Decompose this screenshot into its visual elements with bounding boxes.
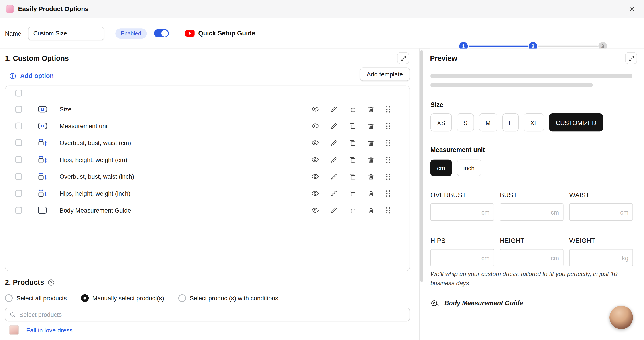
preview-icon[interactable] bbox=[311, 139, 319, 147]
option-row: B Measurement unit bbox=[5, 117, 410, 134]
edit-icon[interactable] bbox=[330, 105, 338, 113]
expand-icon[interactable] bbox=[397, 52, 409, 64]
measurement-input[interactable]: cm bbox=[569, 203, 633, 221]
expand-icon[interactable] bbox=[625, 52, 637, 64]
skeleton-line bbox=[430, 83, 593, 87]
preview-icon[interactable] bbox=[311, 189, 319, 197]
duplicate-icon[interactable] bbox=[349, 122, 356, 130]
preview-icon[interactable] bbox=[311, 156, 319, 164]
size-option-button[interactable]: L bbox=[502, 113, 519, 131]
delete-icon[interactable] bbox=[367, 156, 374, 163]
delete-icon[interactable] bbox=[367, 190, 374, 197]
edit-icon[interactable] bbox=[330, 139, 338, 146]
chat-widget-avatar[interactable] bbox=[610, 306, 633, 329]
drag-handle-icon[interactable] bbox=[386, 173, 390, 180]
delete-icon[interactable] bbox=[367, 122, 374, 130]
product-search-input[interactable] bbox=[19, 311, 406, 318]
measurement-label: WAIST bbox=[569, 191, 633, 199]
unit-option-button[interactable]: cm bbox=[430, 160, 452, 176]
measurement-field: OVERBUST cm bbox=[430, 191, 494, 221]
duplicate-icon[interactable] bbox=[349, 190, 356, 197]
unit-option-button[interactable]: inch bbox=[457, 160, 481, 176]
product-select-radio[interactable]: Select all products bbox=[5, 294, 67, 302]
toggle-knob bbox=[161, 30, 168, 37]
option-row: B Overbust, bust, waist (inch) bbox=[5, 168, 410, 185]
delete-icon[interactable] bbox=[367, 173, 374, 180]
duplicate-icon[interactable] bbox=[349, 139, 356, 146]
option-set-name-input[interactable] bbox=[28, 27, 104, 40]
option-row: B Overbust, bust, waist (cm) bbox=[5, 134, 410, 151]
selected-product-row: Fall in love dress bbox=[9, 325, 72, 335]
size-option-button[interactable]: CUSTOMIZED bbox=[549, 113, 603, 131]
add-template-button[interactable]: Add template bbox=[360, 67, 410, 81]
drag-handle-icon[interactable] bbox=[386, 190, 390, 197]
measurement-input[interactable]: cm bbox=[500, 249, 564, 266]
preview-icon[interactable] bbox=[311, 105, 319, 113]
option-row: B Size bbox=[5, 101, 410, 118]
preview-icon[interactable] bbox=[311, 206, 319, 214]
help-icon[interactable] bbox=[48, 279, 55, 286]
options-list-card: B Size bbox=[5, 86, 410, 271]
enabled-toggle[interactable] bbox=[154, 29, 168, 38]
name-label: Name bbox=[5, 30, 22, 37]
product-select-radio[interactable]: Select product(s) with conditions bbox=[178, 294, 278, 302]
product-title-link[interactable]: Fall in love dress bbox=[26, 326, 72, 333]
quick-setup-guide-button[interactable]: Quick Setup Guide bbox=[185, 30, 255, 37]
panel-divider bbox=[419, 49, 420, 340]
unit-suffix: cm bbox=[482, 209, 490, 215]
measurement-input[interactable]: cm bbox=[430, 249, 494, 266]
drag-handle-icon[interactable] bbox=[386, 207, 390, 214]
size-option-button[interactable]: XL bbox=[524, 113, 544, 131]
measurement-input[interactable]: cm bbox=[500, 203, 564, 221]
row-checkbox[interactable] bbox=[15, 139, 22, 146]
delete-icon[interactable] bbox=[367, 105, 374, 113]
toolbar: Name Enabled Quick Setup Guide 1 2 3 Add… bbox=[0, 19, 644, 49]
duplicate-icon[interactable] bbox=[349, 173, 356, 180]
duplicate-icon[interactable] bbox=[349, 207, 356, 214]
unit-suffix: kg bbox=[622, 254, 628, 261]
row-checkbox[interactable] bbox=[15, 207, 22, 214]
drag-handle-icon[interactable] bbox=[386, 139, 390, 146]
quick-setup-guide-label: Quick Setup Guide bbox=[198, 30, 255, 37]
row-checkbox[interactable] bbox=[15, 190, 22, 197]
edit-icon[interactable] bbox=[330, 190, 338, 197]
edit-icon[interactable] bbox=[330, 156, 338, 163]
unit-suffix: cm bbox=[551, 254, 559, 261]
drag-handle-icon[interactable] bbox=[386, 122, 390, 130]
row-checkbox[interactable] bbox=[15, 156, 22, 163]
step-connector bbox=[538, 46, 598, 47]
edit-icon[interactable] bbox=[330, 122, 338, 130]
option-label: Overbust, bust, waist (cm) bbox=[60, 139, 131, 146]
measurement-input[interactable]: cm bbox=[430, 203, 494, 221]
row-checkbox[interactable] bbox=[15, 123, 22, 129]
add-option-button[interactable]: Add option bbox=[9, 69, 54, 83]
duplicate-icon[interactable] bbox=[349, 156, 356, 163]
size-option-button[interactable]: S bbox=[457, 113, 474, 131]
preview-icon[interactable] bbox=[311, 122, 319, 130]
drag-handle-icon[interactable] bbox=[386, 105, 390, 113]
delete-icon[interactable] bbox=[367, 207, 374, 214]
scrollbar-thumb[interactable] bbox=[420, 50, 423, 282]
product-select-radio[interactable]: Manually select product(s) bbox=[81, 294, 164, 302]
preview-title: Preview bbox=[430, 54, 457, 63]
measurement-label: HIPS bbox=[430, 237, 494, 244]
row-checkbox[interactable] bbox=[15, 106, 22, 113]
select-all-checkbox[interactable] bbox=[15, 90, 22, 97]
unit-suffix: cm bbox=[551, 209, 559, 215]
measurement-field: WEIGHT kg bbox=[569, 237, 633, 266]
drag-handle-icon[interactable] bbox=[386, 156, 390, 163]
size-option-button[interactable]: XS bbox=[430, 113, 452, 131]
radio-icon bbox=[5, 294, 13, 302]
button-option-icon: B bbox=[38, 106, 47, 113]
row-checkbox[interactable] bbox=[15, 173, 22, 180]
edit-icon[interactable] bbox=[330, 173, 338, 180]
duplicate-icon[interactable] bbox=[349, 105, 356, 113]
body-measurement-guide-link[interactable]: Body Measurement Guide bbox=[444, 300, 523, 307]
measurement-label: WEIGHT bbox=[569, 237, 633, 244]
close-icon[interactable] bbox=[627, 4, 636, 14]
size-option-button[interactable]: M bbox=[479, 113, 497, 131]
delete-icon[interactable] bbox=[367, 139, 374, 146]
edit-icon[interactable] bbox=[330, 207, 338, 214]
measurement-input[interactable]: kg bbox=[569, 249, 633, 266]
preview-icon[interactable] bbox=[311, 173, 319, 180]
